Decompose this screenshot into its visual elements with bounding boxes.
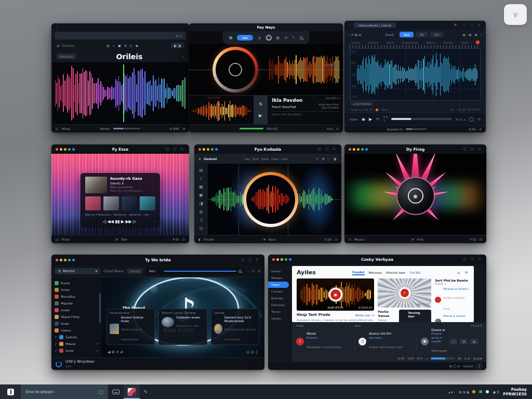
sidebar-item[interactable]: Eswo	[55, 320, 98, 327]
thumbnail[interactable]	[140, 196, 155, 210]
tray-extra-icons[interactable]: ▣ ☰	[493, 390, 499, 394]
sidebar-scrollbar[interactable]	[99, 293, 101, 323]
circular-progress-ring[interactable]	[212, 47, 258, 92]
search-input[interactable]	[149, 269, 162, 273]
sidebar-item[interactable]: Isnsio	[55, 286, 98, 293]
nav-item[interactable]: Fvwvwv	[268, 288, 292, 295]
nav-item[interactable]: Bvwvwp	[268, 295, 292, 301]
view-toggle-pill[interactable]: ◧ ◨	[171, 43, 184, 48]
library-icon[interactable]: ▤	[199, 168, 203, 172]
thumbnail[interactable]	[85, 196, 101, 210]
copy-icon[interactable]: ⊡	[336, 127, 339, 130]
traffic-lights[interactable]	[56, 259, 75, 261]
user-cell[interactable]: ◉ Gswse w Peswrsl wrmy rt maswk Mgsrsgww…	[417, 328, 482, 355]
breadcrumb[interactable]: Cersd Mwvs	[103, 269, 124, 273]
target-icon[interactable]: ◎	[200, 226, 203, 231]
taskbar-app-photos[interactable]	[124, 384, 140, 399]
breadcrumb[interactable]: Idonrswkvds | Ldwnd	[353, 22, 396, 28]
tray-icons[interactable]: ⚙ ◔ ◑	[459, 390, 469, 394]
nav-item[interactable]: Mwwwv	[268, 275, 292, 281]
mini-waveform[interactable]: AZGUAMP	[189, 96, 254, 124]
library-selector[interactable]: ◔ Mecme ▾	[55, 268, 100, 274]
volume-slider[interactable]	[431, 357, 455, 360]
circular-waveform-ring[interactable]	[243, 172, 298, 227]
playhead[interactable]	[123, 64, 124, 122]
playback-controls[interactable]: ◁ ◀◀ ▮▮ ▶ ▶▶ ▷	[103, 219, 137, 224]
monitor-ring-icon[interactable]: ◯	[469, 117, 474, 122]
tab-active[interactable]: Foudet	[352, 270, 364, 275]
external-icon[interactable]: ⊡	[371, 313, 374, 317]
window-titlebar[interactable]: Ty We brlde ◱ ▢ ↻	[51, 255, 264, 265]
account-icon[interactable]: ◔	[454, 23, 457, 27]
album-art[interactable]	[85, 177, 107, 193]
sidebar-item[interactable]: ✓Isvso▾	[55, 347, 98, 354]
info-icon[interactable]: ◍	[258, 36, 261, 40]
panel-tabs[interactable]: Eoam Xem Ba Asbrel	[272, 111, 339, 116]
window-titlebar[interactable]: Fay Nays	[189, 23, 343, 31]
expand-icon[interactable]: ⊡	[335, 237, 337, 241]
search-icon[interactable]	[238, 270, 242, 273]
sidebar-item[interactable]: Mavsdlsa	[55, 293, 98, 300]
back-icon[interactable]: ‹	[58, 34, 59, 37]
card[interactable]: Gwvwp Gwvwrt wvy Ss'd MswbvwvbwWvwvsg wv…	[211, 309, 259, 345]
loop-dot[interactable]	[376, 109, 378, 111]
grid-button[interactable]: ⊞	[470, 339, 478, 344]
tab[interactable]: Morvose	[369, 271, 382, 274]
nav-item[interactable]: Twvwv	[268, 309, 292, 315]
expand-icon[interactable]: ⊡	[480, 237, 482, 241]
sidebar-item[interactable]: Cowsa	[55, 327, 98, 334]
back-icon[interactable]: ‹	[56, 25, 57, 29]
tray-white-icon[interactable]	[486, 390, 489, 393]
window-controls[interactable]: − ▢ ⊐	[463, 23, 482, 27]
taskbar-search[interactable]: ◯	[21, 384, 108, 399]
menu-item[interactable]: Catst	[271, 157, 278, 161]
tab[interactable]: Priorvst wee	[386, 271, 405, 274]
panel-icon[interactable]: ▣	[199, 193, 203, 197]
menu-item[interactable]: Inter	[282, 157, 288, 161]
user-cell[interactable]: ♪ Weser Rswwm Meawwae m wey Smece	[296, 331, 354, 351]
seek-slider[interactable]	[391, 118, 452, 120]
taskbar-app-pen[interactable]: ✎	[140, 384, 152, 399]
taskbar-search-input[interactable]	[25, 390, 83, 394]
visualizer-canvas[interactable]: ◉	[344, 154, 486, 235]
playlist-button[interactable]: Peuradis	[57, 54, 76, 59]
note-button[interactable]: ♪	[450, 339, 457, 344]
window-titlebar[interactable]: Dy Firag ◱ ▢ ⊐	[344, 144, 486, 154]
folder-icon[interactable]: ▣	[276, 36, 280, 40]
history-button[interactable]: ◔	[460, 339, 468, 344]
address-actions-icons[interactable]: ⇄ ◎	[176, 34, 182, 37]
window-titlebar[interactable]: Fy Esse ◱ ▢ ↻	[51, 144, 189, 154]
grid-icon[interactable]: ▦	[199, 184, 203, 189]
tray-green-icon[interactable]	[479, 390, 482, 393]
thumbnail[interactable]	[103, 196, 119, 210]
selection-tooltip[interactable]: ▴ Set Rdnws	[351, 102, 373, 106]
person-row[interactable]: Mvwvp av Bvwd Cvwwvwv a wvwvy wvw	[435, 287, 469, 313]
play-badge[interactable]: ◉	[329, 288, 342, 301]
edit-icon[interactable]: ✎	[292, 36, 295, 40]
tray-carets[interactable]: ▴ ▾ ‹	[448, 390, 455, 394]
thumbnail[interactable]	[122, 196, 137, 210]
target-icon[interactable]: ◎	[477, 117, 481, 121]
window-controls[interactable]: ◱ ▢ ↻	[318, 147, 337, 151]
window-titlebar[interactable]: Fyu Kvdaala ◱ ▢ ↻	[194, 144, 341, 154]
sidebar-item[interactable]: Pbgsd Fdsty	[55, 313, 98, 320]
music-icon[interactable]: ♫	[199, 218, 203, 222]
header-icons[interactable]: ◎ ◔	[457, 271, 469, 275]
search-icon[interactable]	[300, 36, 303, 39]
toolbar-icons[interactable]: ▥ ✓ ● ◔ ◴ ◉	[107, 44, 139, 47]
sort-icon[interactable]: ⇅	[259, 102, 262, 107]
back-icon[interactable]: ‹	[349, 23, 350, 27]
address-bar[interactable]: ‹ ⇄ ◎	[55, 32, 186, 39]
note-icon[interactable]: ♪	[200, 176, 202, 181]
window-titlebar[interactable]: Cosky Verbyaa ◱ ▢ ⊐	[268, 255, 486, 264]
tab-gvad[interactable]: Gvad	[381, 32, 397, 37]
card[interactable]: Asvwvbsvwsd Bsvwvr bvbsw bswnWvwvs avwvw…	[107, 309, 155, 345]
sidebar-item[interactable]: Isswo	[55, 307, 98, 313]
window-controls[interactable]: ◱ ▢ ⊐	[463, 147, 482, 151]
nav-item-active[interactable]: Tvwm	[268, 282, 289, 288]
strip-settings[interactable]: F1+2 ⊡	[471, 324, 482, 327]
window-controls[interactable]: ◱ ▢ ↻	[241, 258, 260, 262]
view-icons[interactable]: ◎ ⊡ ♫	[246, 350, 258, 354]
play-icon[interactable]: ▶	[259, 113, 262, 118]
record-button[interactable]: ◉	[362, 117, 365, 122]
